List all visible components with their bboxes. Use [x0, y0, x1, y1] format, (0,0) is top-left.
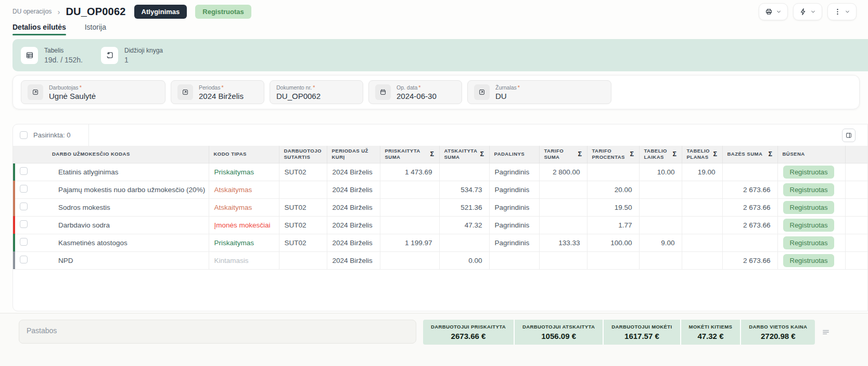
- summary-darbuotojui-atskaityta: DARBUOTOJUI ATSKAITYTA 1056.09 €: [514, 320, 603, 345]
- summary-value: 1617.57 €: [624, 332, 659, 340]
- cell: 2 673.66: [722, 181, 777, 198]
- chevron-down-icon: [845, 9, 850, 15]
- column-header-tarifo-suma[interactable]: TARIFOSUMAΣ: [539, 146, 587, 163]
- cell: Pagrindinis: [489, 181, 539, 198]
- field-periodas[interactable]: Periodas* 2024 Birželis: [171, 80, 264, 104]
- table-row[interactable]: Pajamų mokestis nuo darbo užmokesčio (20…: [13, 181, 868, 198]
- cell: Kintamasis: [209, 251, 279, 269]
- row-checkbox[interactable]: [20, 167, 28, 175]
- info-card-label: Tabelis: [44, 47, 83, 54]
- column-header-darbuotojo-sutartis[interactable]: DARBUOTOJOSUTARTIS: [279, 146, 327, 163]
- cell: [439, 163, 489, 181]
- app-root: DU operacijos › DU_OP0062 Atlyginimas Re…: [0, 0, 868, 366]
- column-header-tarifo-procentas[interactable]: TARIFOPROCENTASΣ: [587, 146, 639, 163]
- cell: 0.00: [439, 251, 489, 269]
- field-op-data[interactable]: Op. data* 2024-06-30: [368, 80, 462, 104]
- columns-icon: [845, 132, 852, 139]
- info-card-tabelis[interactable]: Tabelis 19d. / 152h.: [21, 47, 87, 64]
- summary-label: MOKĖTI KITIEMS: [689, 324, 733, 330]
- cell: 10.00: [639, 163, 682, 181]
- column-header-padalinys[interactable]: PADALINYS: [489, 146, 539, 163]
- cell: 20.00: [587, 181, 639, 198]
- summary-darbuotojui-priskaityta: DARBUOTOJUI PRISKAITYTA 2673.66 €: [423, 320, 514, 345]
- select-all-checkbox[interactable]: [20, 131, 28, 139]
- cell: Atskaitymas: [209, 198, 279, 216]
- info-card-value: 19d. / 152h.: [44, 56, 83, 64]
- field-label: Darbuotojas*: [49, 84, 96, 91]
- breadcrumb-parent-link[interactable]: DU operacijos: [12, 8, 52, 15]
- sum-aggregate-icon: Σ: [630, 150, 634, 158]
- column-header-darbo-uzmokescio-kodas[interactable]: DARBO UŽMOKESČIO KODAS: [47, 146, 209, 163]
- menu-lines-icon[interactable]: [821, 327, 831, 339]
- table-row[interactable]: Sodros mokestisAtskaitymasSUT022024 Birž…: [13, 198, 868, 216]
- cell: Atskaitymas: [209, 181, 279, 198]
- cell: Sodros mokestis: [47, 198, 209, 216]
- breadcrumb-chevron-icon: ›: [57, 8, 60, 16]
- cell: [639, 251, 682, 269]
- row-checkbox[interactable]: [20, 203, 28, 210]
- external-link-icon[interactable]: [177, 84, 193, 100]
- info-card-label: Didžioji knyga: [124, 47, 163, 54]
- kebab-button[interactable]: [827, 3, 857, 20]
- field-label: Op. data*: [397, 84, 437, 91]
- cell: 2024 Birželis: [327, 181, 380, 198]
- cell: [380, 181, 439, 198]
- tab-istorija[interactable]: Istorija: [85, 23, 106, 35]
- field-text: Darbuotojas* Ugnė Saulytė: [49, 84, 96, 100]
- cell: 2 673.66: [722, 251, 777, 269]
- column-header-kodo-tipas[interactable]: KODO TIPAS: [209, 146, 279, 163]
- cell: 2024 Birželis: [327, 163, 380, 181]
- cell: [682, 234, 722, 251]
- lines-table: DARBO UŽMOKESČIO KODAS KODO TIPAS DARBUO…: [13, 146, 868, 270]
- type-badge: Atlyginimas: [134, 5, 187, 19]
- summary-value: 47.32 €: [697, 332, 723, 340]
- column-header-busena[interactable]: BŪSENA: [777, 146, 845, 163]
- column-header-priskaityta-suma[interactable]: PRISKAITYTASUMAΣ: [380, 146, 439, 163]
- table-row[interactable]: NPDKintamasis2024 Birželis0.002 673.66 R…: [13, 251, 868, 269]
- row-status-badge: Registruotas: [783, 236, 835, 249]
- row-checkbox[interactable]: [20, 256, 28, 263]
- column-header-periodas-uz-kuri[interactable]: PERIODAS UŽKURĮ: [327, 146, 380, 163]
- table-row[interactable]: Etatinis atlyginimasPriskaitymasSUT02202…: [13, 163, 868, 181]
- info-card-text: Tabelis 19d. / 152h.: [44, 47, 83, 64]
- field-value: 2024 Birželis: [199, 92, 244, 100]
- cell-status: Registruotas: [777, 251, 845, 269]
- printer-icon: [765, 8, 773, 16]
- cell-status: Registruotas: [777, 216, 845, 234]
- cell: Etatinis atlyginimas: [47, 163, 209, 181]
- field-label: Periodas*: [199, 84, 244, 91]
- table-toolbar: Pasirinkta: 0: [13, 124, 867, 146]
- cell: 1.77: [587, 216, 639, 234]
- summary-value: 2673.66 €: [451, 332, 486, 340]
- row-checkbox[interactable]: [20, 238, 28, 246]
- column-header-tabelio-laikas[interactable]: TABELIOLAIKASΣ: [639, 146, 682, 163]
- external-link-icon[interactable]: [28, 84, 43, 100]
- form-fields: Darbuotojas* Ugnė Saulytė Periodas* 2024…: [21, 80, 851, 104]
- summary-label: DARBUOTOJUI PRISKAITYTA: [431, 324, 506, 330]
- external-link-icon[interactable]: [474, 84, 490, 100]
- column-header-tabelio-planas[interactable]: TABELIOPLANASΣ: [682, 146, 722, 163]
- column-settings-button[interactable]: [842, 129, 856, 142]
- field-zurnalas[interactable]: Žurnalas* DU: [467, 80, 611, 104]
- row-status-badge: Registruotas: [783, 219, 835, 232]
- printer-button[interactable]: [759, 3, 788, 20]
- table-header-row: DARBO UŽMOKESČIO KODAS KODO TIPAS DARBUO…: [13, 146, 868, 163]
- cell: [682, 216, 722, 234]
- notes-input[interactable]: [19, 320, 416, 344]
- cell: 133.33: [539, 234, 587, 251]
- cell: 9.00: [639, 234, 682, 251]
- field-darbuotojas[interactable]: Darbuotojas* Ugnė Saulytė: [21, 80, 165, 104]
- column-header-bazes-suma[interactable]: BAZĖS SUMAΣ: [722, 146, 777, 163]
- lightning-button[interactable]: [793, 3, 822, 20]
- row-checkbox[interactable]: [20, 220, 28, 228]
- table-row[interactable]: Darbdavio sodraĮmonės mokesčiaiSUT022024…: [13, 216, 868, 234]
- info-card-didzioji-knyga[interactable]: Didžioji knyga 1: [101, 47, 168, 64]
- column-header-atskaityta-suma[interactable]: ATSKAITYTASUMAΣ: [439, 146, 489, 163]
- tab-detalios-eilutes[interactable]: Detalios eilutės: [12, 23, 66, 35]
- table-row[interactable]: Kasmetinės atostogosPriskaitymasSUT02202…: [13, 234, 868, 251]
- row-status-badge: Registruotas: [783, 166, 835, 179]
- calendar-icon[interactable]: [375, 84, 391, 100]
- cell-status: Registruotas: [777, 163, 845, 181]
- field-dokumento-nr[interactable]: Dokumento nr.* DU_OP0062: [270, 80, 363, 104]
- row-checkbox[interactable]: [20, 185, 28, 193]
